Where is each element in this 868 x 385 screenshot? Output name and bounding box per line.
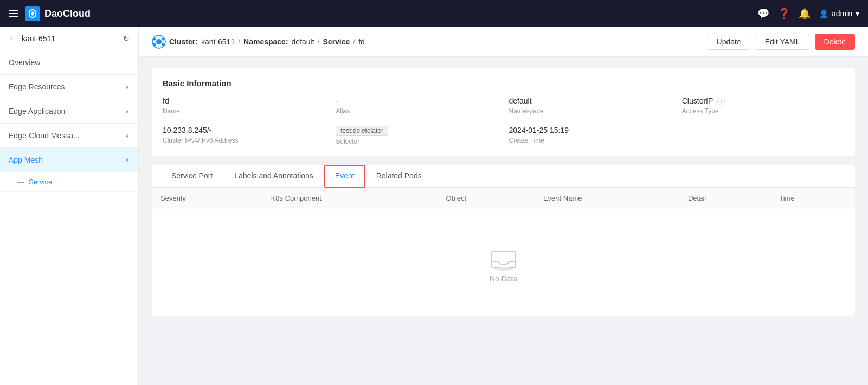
basic-info-card: Basic Information fd Name - Alias defaul…	[152, 68, 855, 156]
info-selector: test:deletelater Selector	[336, 126, 498, 145]
col-k8s-component: K8s Component	[262, 188, 438, 209]
sub-dash-icon: —	[17, 178, 24, 186]
hamburger-menu[interactable]	[9, 10, 18, 17]
breadcrumb-cluster-value: kant-6511	[201, 37, 235, 46]
sidebar-edge-resources-label: Edge Resources	[9, 82, 65, 91]
app-name: DaoCloud	[44, 8, 91, 20]
col-event-name: Event Name	[535, 188, 679, 209]
sidebar-item-edge-resources[interactable]: Edge Resources ∨	[0, 75, 138, 99]
cluster-name: kant-6511	[22, 34, 55, 43]
admin-chevron-icon: ▾	[856, 9, 859, 18]
event-table: Severity K8s Component Object Event Name…	[152, 188, 855, 316]
empty-text: No Data	[490, 274, 517, 283]
info-alias-label: Alias	[336, 107, 498, 115]
update-button[interactable]: Update	[708, 34, 750, 50]
content-header: Cluster: kant-6511 / Namespace: default …	[139, 27, 868, 57]
breadcrumb-cluster-label: Cluster:	[169, 37, 198, 46]
info-alias-value: -	[336, 97, 498, 105]
delete-button[interactable]: Delete	[815, 34, 855, 50]
sidebar-edge-application-label: Edge Application	[9, 107, 65, 116]
main-content: Cluster: kant-6511 / Namespace: default …	[139, 27, 868, 385]
admin-avatar-icon: 👤	[819, 9, 828, 18]
basic-info-title: Basic Information	[163, 79, 844, 88]
chevron-up-icon: ∧	[125, 156, 130, 164]
info-namespace: default Namespace	[509, 97, 671, 115]
info-alias: - Alias	[336, 97, 498, 115]
header-actions: Update Edit YAML Delete	[708, 34, 855, 50]
edit-yaml-button[interactable]: Edit YAML	[756, 34, 809, 50]
svg-point-4	[162, 38, 165, 41]
info-name-value: fd	[163, 97, 325, 105]
top-navigation: DaoCloud 💬 ❓ 🔔 👤 admin ▾	[0, 0, 868, 27]
info-cluster-ip-value: 10.233.8.245/-	[163, 126, 325, 134]
svg-point-2	[156, 39, 162, 44]
info-icon: i	[717, 98, 725, 105]
col-detail: Detail	[679, 188, 770, 209]
col-severity: Severity	[152, 188, 262, 209]
info-selector-label: Selector	[336, 138, 498, 145]
info-create-time: 2024-01-25 15:19 Create Time	[509, 126, 671, 145]
refresh-icon[interactable]: ↻	[123, 34, 130, 43]
tab-related-pods[interactable]: Related Pods	[365, 165, 433, 188]
tabs-card: Service Port Labels and Annotations Even…	[152, 165, 855, 316]
col-object: Object	[438, 188, 535, 209]
info-name-label: Name	[163, 107, 325, 115]
svg-point-5	[153, 43, 156, 46]
event-table-wrap: Severity K8s Component Object Event Name…	[152, 188, 855, 316]
svg-point-6	[162, 43, 165, 46]
info-access-type: ClusterIP i Access Type	[682, 97, 844, 115]
sidebar-cluster-header: ← kant-6511 ↻	[0, 27, 138, 50]
chevron-down-icon: ∨	[125, 132, 130, 139]
selector-tag: test:deletelater	[336, 126, 388, 136]
sidebar-item-overview[interactable]: Overview	[0, 50, 138, 75]
info-cluster-ip-label: Cluster IPv4/IPv6 Address	[163, 137, 325, 144]
info-placeholder	[682, 126, 844, 145]
notification-icon[interactable]: 🔔	[799, 8, 811, 20]
info-selector-value: test:deletelater	[336, 126, 498, 136]
breadcrumb-namespace-value: default	[292, 37, 314, 46]
admin-label: admin	[832, 9, 852, 18]
sidebar-item-edge-application[interactable]: Edge Application ∨	[0, 99, 138, 124]
sidebar-item-edge-cloud-message[interactable]: Edge-Cloud Messa... ∨	[0, 124, 138, 148]
sidebar-sub-item-service[interactable]: — Service	[0, 172, 138, 192]
back-button[interactable]: ←	[9, 34, 17, 43]
svg-point-8	[494, 267, 513, 271]
info-create-time-value: 2024-01-25 15:19	[509, 126, 671, 134]
tab-service-port[interactable]: Service Port	[160, 165, 223, 188]
basic-info-grid: fd Name - Alias default Namespace Cluste…	[163, 97, 844, 145]
breadcrumb-resource-label: Service	[323, 37, 350, 46]
sidebar-edge-cloud-label: Edge-Cloud Messa...	[9, 131, 80, 140]
tabs-header: Service Port Labels and Annotations Even…	[152, 165, 855, 188]
empty-state-row: No Data	[152, 209, 855, 316]
svg-rect-7	[492, 252, 516, 268]
sidebar-item-app-mesh[interactable]: App Mesh ∧	[0, 148, 138, 172]
admin-menu[interactable]: 👤 admin ▾	[819, 9, 859, 18]
tab-labels-annotations[interactable]: Labels and Annotations	[223, 165, 324, 188]
sidebar-service-label: Service	[29, 178, 52, 186]
chevron-down-icon: ∨	[125, 83, 130, 91]
info-access-type-label: Access Type	[682, 107, 844, 115]
table-header-row: Severity K8s Component Object Event Name…	[152, 188, 855, 209]
col-time: Time	[770, 188, 855, 209]
sidebar: ← kant-6511 ↻ Overview Edge Resources ∨ …	[0, 27, 139, 385]
empty-state: No Data	[152, 209, 855, 316]
breadcrumb-namespace-label: Namespace:	[243, 37, 288, 46]
breadcrumb-resource-value: fd	[358, 37, 365, 46]
chevron-down-icon: ∨	[125, 107, 130, 115]
sidebar-app-mesh-label: App Mesh	[9, 156, 43, 164]
info-name: fd Name	[163, 97, 325, 115]
info-cluster-ip: 10.233.8.245/- Cluster IPv4/IPv6 Address	[163, 126, 325, 145]
cluster-icon	[152, 35, 166, 49]
tab-event[interactable]: Event	[324, 165, 365, 188]
info-create-time-label: Create Time	[509, 137, 671, 144]
breadcrumb: Cluster: kant-6511 / Namespace: default …	[152, 35, 365, 49]
app-logo: DaoCloud	[25, 6, 91, 21]
message-icon[interactable]: 💬	[757, 8, 769, 20]
help-icon[interactable]: ❓	[778, 8, 790, 20]
sidebar-overview-label: Overview	[9, 58, 40, 67]
info-access-type-value: ClusterIP i	[682, 97, 844, 105]
empty-inbox-icon	[487, 242, 520, 274]
info-namespace-value: default	[509, 97, 671, 105]
info-namespace-label: Namespace	[509, 107, 671, 115]
svg-point-3	[153, 38, 156, 41]
